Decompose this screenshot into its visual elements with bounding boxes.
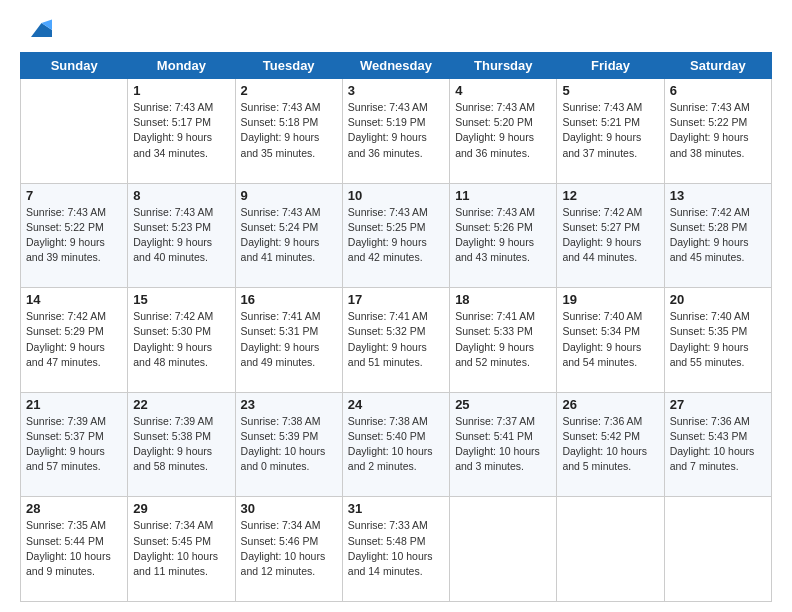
day-number: 11 bbox=[455, 188, 551, 203]
day-header-wednesday: Wednesday bbox=[342, 53, 449, 79]
calendar-cell: 15Sunrise: 7:42 AM Sunset: 5:30 PM Dayli… bbox=[128, 288, 235, 393]
week-row-3: 14Sunrise: 7:42 AM Sunset: 5:29 PM Dayli… bbox=[21, 288, 772, 393]
week-row-4: 21Sunrise: 7:39 AM Sunset: 5:37 PM Dayli… bbox=[21, 392, 772, 497]
calendar-cell: 29Sunrise: 7:34 AM Sunset: 5:45 PM Dayli… bbox=[128, 497, 235, 602]
day-number: 2 bbox=[241, 83, 337, 98]
calendar-cell: 8Sunrise: 7:43 AM Sunset: 5:23 PM Daylig… bbox=[128, 183, 235, 288]
calendar-cell: 18Sunrise: 7:41 AM Sunset: 5:33 PM Dayli… bbox=[450, 288, 557, 393]
day-number: 25 bbox=[455, 397, 551, 412]
cell-info: Sunrise: 7:43 AM Sunset: 5:26 PM Dayligh… bbox=[455, 205, 551, 266]
calendar-cell: 10Sunrise: 7:43 AM Sunset: 5:25 PM Dayli… bbox=[342, 183, 449, 288]
day-header-friday: Friday bbox=[557, 53, 664, 79]
calendar-cell: 17Sunrise: 7:41 AM Sunset: 5:32 PM Dayli… bbox=[342, 288, 449, 393]
cell-info: Sunrise: 7:40 AM Sunset: 5:34 PM Dayligh… bbox=[562, 309, 658, 370]
calendar-body: 1Sunrise: 7:43 AM Sunset: 5:17 PM Daylig… bbox=[21, 79, 772, 602]
day-number: 26 bbox=[562, 397, 658, 412]
calendar-cell bbox=[557, 497, 664, 602]
cell-info: Sunrise: 7:42 AM Sunset: 5:29 PM Dayligh… bbox=[26, 309, 122, 370]
calendar-cell bbox=[664, 497, 771, 602]
calendar-cell: 21Sunrise: 7:39 AM Sunset: 5:37 PM Dayli… bbox=[21, 392, 128, 497]
calendar-cell: 16Sunrise: 7:41 AM Sunset: 5:31 PM Dayli… bbox=[235, 288, 342, 393]
cell-info: Sunrise: 7:40 AM Sunset: 5:35 PM Dayligh… bbox=[670, 309, 766, 370]
day-number: 9 bbox=[241, 188, 337, 203]
day-header-tuesday: Tuesday bbox=[235, 53, 342, 79]
calendar-cell: 14Sunrise: 7:42 AM Sunset: 5:29 PM Dayli… bbox=[21, 288, 128, 393]
cell-info: Sunrise: 7:42 AM Sunset: 5:28 PM Dayligh… bbox=[670, 205, 766, 266]
day-number: 12 bbox=[562, 188, 658, 203]
calendar-cell: 4Sunrise: 7:43 AM Sunset: 5:20 PM Daylig… bbox=[450, 79, 557, 184]
cell-info: Sunrise: 7:43 AM Sunset: 5:23 PM Dayligh… bbox=[133, 205, 229, 266]
day-number: 24 bbox=[348, 397, 444, 412]
calendar-cell: 23Sunrise: 7:38 AM Sunset: 5:39 PM Dayli… bbox=[235, 392, 342, 497]
calendar-cell: 31Sunrise: 7:33 AM Sunset: 5:48 PM Dayli… bbox=[342, 497, 449, 602]
day-number: 19 bbox=[562, 292, 658, 307]
day-number: 22 bbox=[133, 397, 229, 412]
cell-info: Sunrise: 7:36 AM Sunset: 5:42 PM Dayligh… bbox=[562, 414, 658, 475]
calendar-cell bbox=[21, 79, 128, 184]
week-row-5: 28Sunrise: 7:35 AM Sunset: 5:44 PM Dayli… bbox=[21, 497, 772, 602]
cell-info: Sunrise: 7:43 AM Sunset: 5:18 PM Dayligh… bbox=[241, 100, 337, 161]
cell-info: Sunrise: 7:36 AM Sunset: 5:43 PM Dayligh… bbox=[670, 414, 766, 475]
calendar-cell: 5Sunrise: 7:43 AM Sunset: 5:21 PM Daylig… bbox=[557, 79, 664, 184]
week-row-2: 7Sunrise: 7:43 AM Sunset: 5:22 PM Daylig… bbox=[21, 183, 772, 288]
days-of-week-row: SundayMondayTuesdayWednesdayThursdayFrid… bbox=[21, 53, 772, 79]
day-number: 6 bbox=[670, 83, 766, 98]
calendar-cell: 30Sunrise: 7:34 AM Sunset: 5:46 PM Dayli… bbox=[235, 497, 342, 602]
calendar-cell: 19Sunrise: 7:40 AM Sunset: 5:34 PM Dayli… bbox=[557, 288, 664, 393]
calendar-cell: 7Sunrise: 7:43 AM Sunset: 5:22 PM Daylig… bbox=[21, 183, 128, 288]
calendar-cell: 6Sunrise: 7:43 AM Sunset: 5:22 PM Daylig… bbox=[664, 79, 771, 184]
cell-info: Sunrise: 7:41 AM Sunset: 5:33 PM Dayligh… bbox=[455, 309, 551, 370]
day-number: 16 bbox=[241, 292, 337, 307]
day-header-monday: Monday bbox=[128, 53, 235, 79]
cell-info: Sunrise: 7:41 AM Sunset: 5:32 PM Dayligh… bbox=[348, 309, 444, 370]
logo bbox=[20, 16, 52, 44]
day-number: 4 bbox=[455, 83, 551, 98]
cell-info: Sunrise: 7:33 AM Sunset: 5:48 PM Dayligh… bbox=[348, 518, 444, 579]
week-row-1: 1Sunrise: 7:43 AM Sunset: 5:17 PM Daylig… bbox=[21, 79, 772, 184]
day-number: 7 bbox=[26, 188, 122, 203]
day-number: 15 bbox=[133, 292, 229, 307]
header bbox=[20, 16, 772, 44]
day-header-saturday: Saturday bbox=[664, 53, 771, 79]
calendar-cell: 1Sunrise: 7:43 AM Sunset: 5:17 PM Daylig… bbox=[128, 79, 235, 184]
calendar-cell: 24Sunrise: 7:38 AM Sunset: 5:40 PM Dayli… bbox=[342, 392, 449, 497]
page: SundayMondayTuesdayWednesdayThursdayFrid… bbox=[0, 0, 792, 612]
calendar-cell: 27Sunrise: 7:36 AM Sunset: 5:43 PM Dayli… bbox=[664, 392, 771, 497]
cell-info: Sunrise: 7:43 AM Sunset: 5:24 PM Dayligh… bbox=[241, 205, 337, 266]
cell-info: Sunrise: 7:39 AM Sunset: 5:37 PM Dayligh… bbox=[26, 414, 122, 475]
cell-info: Sunrise: 7:39 AM Sunset: 5:38 PM Dayligh… bbox=[133, 414, 229, 475]
cell-info: Sunrise: 7:34 AM Sunset: 5:46 PM Dayligh… bbox=[241, 518, 337, 579]
logo-icon bbox=[24, 16, 52, 44]
day-header-sunday: Sunday bbox=[21, 53, 128, 79]
calendar-cell: 12Sunrise: 7:42 AM Sunset: 5:27 PM Dayli… bbox=[557, 183, 664, 288]
day-number: 3 bbox=[348, 83, 444, 98]
calendar-cell: 9Sunrise: 7:43 AM Sunset: 5:24 PM Daylig… bbox=[235, 183, 342, 288]
calendar-cell: 25Sunrise: 7:37 AM Sunset: 5:41 PM Dayli… bbox=[450, 392, 557, 497]
day-number: 30 bbox=[241, 501, 337, 516]
calendar-cell: 11Sunrise: 7:43 AM Sunset: 5:26 PM Dayli… bbox=[450, 183, 557, 288]
day-number: 29 bbox=[133, 501, 229, 516]
day-header-thursday: Thursday bbox=[450, 53, 557, 79]
day-number: 8 bbox=[133, 188, 229, 203]
cell-info: Sunrise: 7:42 AM Sunset: 5:30 PM Dayligh… bbox=[133, 309, 229, 370]
day-number: 28 bbox=[26, 501, 122, 516]
calendar-cell: 3Sunrise: 7:43 AM Sunset: 5:19 PM Daylig… bbox=[342, 79, 449, 184]
calendar-cell: 20Sunrise: 7:40 AM Sunset: 5:35 PM Dayli… bbox=[664, 288, 771, 393]
calendar-cell: 13Sunrise: 7:42 AM Sunset: 5:28 PM Dayli… bbox=[664, 183, 771, 288]
cell-info: Sunrise: 7:42 AM Sunset: 5:27 PM Dayligh… bbox=[562, 205, 658, 266]
day-number: 20 bbox=[670, 292, 766, 307]
cell-info: Sunrise: 7:35 AM Sunset: 5:44 PM Dayligh… bbox=[26, 518, 122, 579]
calendar-cell: 28Sunrise: 7:35 AM Sunset: 5:44 PM Dayli… bbox=[21, 497, 128, 602]
calendar-table: SundayMondayTuesdayWednesdayThursdayFrid… bbox=[20, 52, 772, 602]
cell-info: Sunrise: 7:43 AM Sunset: 5:22 PM Dayligh… bbox=[26, 205, 122, 266]
day-number: 21 bbox=[26, 397, 122, 412]
cell-info: Sunrise: 7:43 AM Sunset: 5:19 PM Dayligh… bbox=[348, 100, 444, 161]
cell-info: Sunrise: 7:43 AM Sunset: 5:20 PM Dayligh… bbox=[455, 100, 551, 161]
day-number: 27 bbox=[670, 397, 766, 412]
calendar-header: SundayMondayTuesdayWednesdayThursdayFrid… bbox=[21, 53, 772, 79]
day-number: 17 bbox=[348, 292, 444, 307]
calendar-cell: 2Sunrise: 7:43 AM Sunset: 5:18 PM Daylig… bbox=[235, 79, 342, 184]
cell-info: Sunrise: 7:34 AM Sunset: 5:45 PM Dayligh… bbox=[133, 518, 229, 579]
cell-info: Sunrise: 7:43 AM Sunset: 5:25 PM Dayligh… bbox=[348, 205, 444, 266]
calendar-cell: 26Sunrise: 7:36 AM Sunset: 5:42 PM Dayli… bbox=[557, 392, 664, 497]
